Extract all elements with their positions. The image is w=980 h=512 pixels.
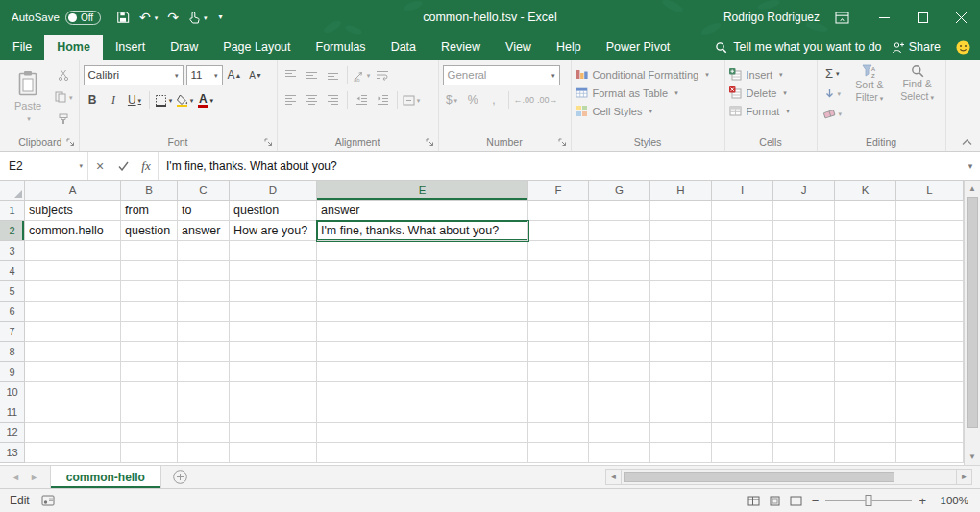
cell-K2[interactable] <box>835 221 896 241</box>
cell-G12[interactable] <box>589 423 650 443</box>
cell-B9[interactable] <box>121 362 178 382</box>
cell-F1[interactable] <box>528 201 589 221</box>
enter-button[interactable] <box>111 152 135 180</box>
ribbon-tab-file[interactable]: File <box>0 35 44 60</box>
cell-A2[interactable]: common.hello <box>25 221 121 241</box>
cell-H8[interactable] <box>650 342 712 362</box>
cell-L6[interactable] <box>896 302 964 322</box>
cell-B2[interactable]: question <box>121 221 178 241</box>
borders-button[interactable]: ▾ <box>155 90 173 110</box>
row-header-11[interactable]: 11 <box>0 402 25 423</box>
alignment-dialog-launcher[interactable] <box>426 138 434 147</box>
column-header-J[interactable]: J <box>773 181 835 201</box>
column-header-H[interactable]: H <box>650 181 712 201</box>
copy-button[interactable]: ▾ <box>53 88 75 106</box>
cut-button[interactable] <box>53 66 75 84</box>
number-format-combo[interactable]: General▾ <box>443 65 560 85</box>
cell-L10[interactable] <box>896 382 964 402</box>
cell-I4[interactable] <box>712 261 773 281</box>
clipboard-dialog-launcher[interactable] <box>66 138 75 147</box>
font-name-combo[interactable]: Calibri▾ <box>84 65 184 85</box>
cell-H1[interactable] <box>650 201 712 221</box>
cell-J8[interactable] <box>773 342 835 362</box>
cell-J12[interactable] <box>773 423 835 443</box>
cell-C3[interactable] <box>178 241 230 261</box>
cell-C13[interactable] <box>178 443 230 463</box>
cell-E5[interactable] <box>317 281 528 302</box>
user-name[interactable]: Rodrigo Rodriguez <box>723 11 820 24</box>
cell-L12[interactable] <box>896 423 964 443</box>
cell-L11[interactable] <box>896 402 964 423</box>
cell-H5[interactable] <box>650 281 712 302</box>
ribbon-tab-home[interactable]: Home <box>44 35 103 60</box>
cell-E9[interactable] <box>317 362 528 382</box>
cell-J10[interactable] <box>773 382 835 402</box>
cell-K6[interactable] <box>835 302 896 322</box>
increase-decimal-button[interactable]: ←.00 <box>514 90 535 110</box>
row-header-5[interactable]: 5 <box>0 281 25 302</box>
cell-G9[interactable] <box>589 362 650 382</box>
decrease-indent-button[interactable] <box>353 90 371 110</box>
cell-A5[interactable] <box>25 281 121 302</box>
delete-cells-button[interactable]: Delete▾ <box>729 84 790 102</box>
font-size-combo[interactable]: 11▾ <box>186 65 223 85</box>
cell-K7[interactable] <box>835 322 896 342</box>
cell-C12[interactable] <box>178 423 230 443</box>
cell-L8[interactable] <box>896 342 964 362</box>
column-header-B[interactable]: B <box>121 181 178 201</box>
cell-H7[interactable] <box>650 322 712 342</box>
maximize-button[interactable] <box>903 0 942 35</box>
cell-F5[interactable] <box>528 281 589 302</box>
column-header-A[interactable]: A <box>25 181 121 201</box>
cell-D9[interactable] <box>230 362 317 382</box>
ribbon-tab-review[interactable]: Review <box>429 35 493 60</box>
cell-G5[interactable] <box>589 281 650 302</box>
cell-L5[interactable] <box>896 281 964 302</box>
cell-G2[interactable] <box>589 221 650 241</box>
cell-I5[interactable] <box>712 281 773 302</box>
sort-filter-button[interactable]: AZ Sort & Filter▾ <box>845 61 894 103</box>
cell-E8[interactable] <box>317 342 528 362</box>
cell-H10[interactable] <box>650 382 712 402</box>
cell-I2[interactable] <box>712 221 773 241</box>
undo-button[interactable]: ↶▾ <box>139 11 158 24</box>
new-sheet-button[interactable] <box>161 466 199 488</box>
macro-record-button[interactable] <box>41 495 55 506</box>
vertical-scrollbar[interactable]: ▲ ▼ <box>964 181 980 465</box>
cell-I1[interactable] <box>712 201 773 221</box>
cell-C2[interactable]: answer <box>178 221 230 241</box>
row-header-6[interactable]: 6 <box>0 302 25 322</box>
ribbon-tab-insert[interactable]: Insert <box>103 35 158 60</box>
cell-K11[interactable] <box>835 402 896 423</box>
cell-J4[interactable] <box>773 261 835 281</box>
cell-F11[interactable] <box>528 402 589 423</box>
close-button[interactable] <box>942 0 980 35</box>
format-painter-button[interactable] <box>53 110 75 128</box>
zoom-slider[interactable] <box>825 500 912 501</box>
cell-L13[interactable] <box>896 443 964 463</box>
cell-K8[interactable] <box>835 342 896 362</box>
cell-A4[interactable] <box>25 261 121 281</box>
number-dialog-launcher[interactable] <box>558 138 567 147</box>
paste-button[interactable]: Paste ▾ <box>6 61 50 131</box>
align-middle-button[interactable] <box>303 65 321 85</box>
cell-D10[interactable] <box>230 382 317 402</box>
horizontal-scrollbar[interactable]: ◄ ► <box>605 466 980 488</box>
row-header-2[interactable]: 2 <box>0 221 25 241</box>
cell-K9[interactable] <box>835 362 896 382</box>
format-as-table-button[interactable]: Format as Table▾ <box>576 84 709 102</box>
font-dialog-launcher[interactable] <box>264 138 273 147</box>
cell-E7[interactable] <box>317 322 528 342</box>
cell-D11[interactable] <box>230 402 317 423</box>
select-all-corner[interactable] <box>0 181 25 201</box>
cell-B11[interactable] <box>121 402 178 423</box>
row-header-7[interactable]: 7 <box>0 322 25 342</box>
cell-B7[interactable] <box>121 322 178 342</box>
cell-C9[interactable] <box>178 362 230 382</box>
cell-J6[interactable] <box>773 302 835 322</box>
percent-style-button[interactable]: % <box>464 90 482 110</box>
cell-K4[interactable] <box>835 261 896 281</box>
cell-J13[interactable] <box>773 443 835 463</box>
cell-B4[interactable] <box>121 261 178 281</box>
cell-C5[interactable] <box>178 281 230 302</box>
